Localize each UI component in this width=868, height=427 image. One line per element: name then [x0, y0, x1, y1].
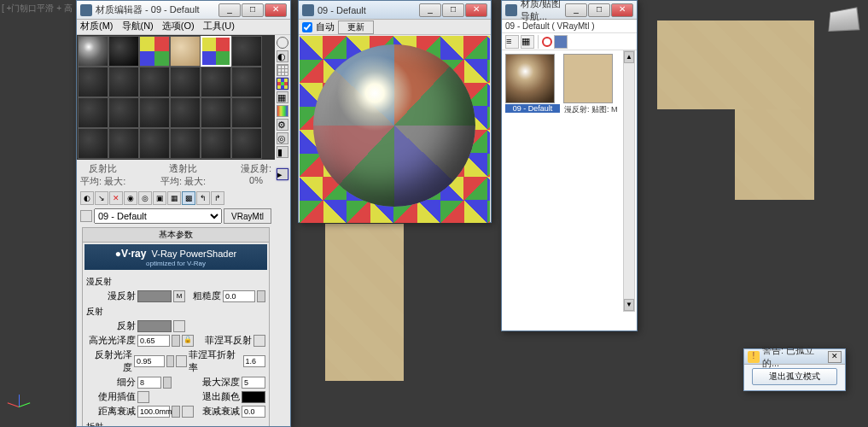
view-list-icon[interactable]: ≡: [505, 35, 519, 49]
scroll-up-icon[interactable]: ▲: [624, 51, 634, 63]
reflect-swatch[interactable]: [137, 320, 172, 332]
delete-icon[interactable]: ✕: [109, 191, 123, 205]
select-by-icon[interactable]: ◎: [277, 132, 288, 144]
spinner-buttons[interactable]: [166, 355, 174, 367]
menu-tools[interactable]: 工具(U): [203, 20, 235, 34]
spinner-buttons[interactable]: [163, 377, 172, 389]
material-name-select[interactable]: 09 - Default: [94, 208, 222, 224]
fresnel-check[interactable]: [253, 335, 265, 347]
show-map-icon[interactable]: ▦: [167, 191, 181, 205]
maximize-button[interactable]: □: [242, 3, 264, 17]
options-icon[interactable]: ⚙: [277, 119, 288, 131]
rollout-header[interactable]: 基本参数: [83, 228, 269, 243]
spinner-buttons[interactable]: [172, 335, 180, 347]
hilight-spinner[interactable]: 0.65: [137, 335, 170, 347]
minimize-button[interactable]: _: [565, 3, 587, 17]
make-unique-icon[interactable]: ◎: [138, 191, 152, 205]
show-end-icon[interactable]: ▩: [182, 191, 195, 205]
assign-icon[interactable]: ↘: [95, 191, 108, 205]
titlebar[interactable]: 09 - Default _ □ ✕: [299, 1, 491, 20]
material-slot[interactable]: [108, 128, 139, 159]
minimize-button[interactable]: _: [218, 3, 241, 17]
material-slot[interactable]: [78, 128, 108, 159]
video-color-icon[interactable]: ▦: [277, 91, 288, 103]
material-slot[interactable]: [231, 97, 262, 128]
scene-object[interactable]: [735, 109, 814, 200]
close-button[interactable]: ✕: [611, 3, 633, 17]
diffuse-map-button[interactable]: M: [173, 290, 185, 302]
go-parent-icon[interactable]: ↰: [196, 191, 210, 205]
pick-icon[interactable]: [80, 210, 92, 222]
copy-icon[interactable]: ◉: [124, 191, 137, 205]
material-slot[interactable]: [108, 97, 139, 128]
material-slot[interactable]: [231, 128, 262, 159]
end-result-icon[interactable]: ▸: [277, 168, 288, 180]
red-circle-icon[interactable]: [542, 37, 552, 47]
material-slot[interactable]: [78, 67, 108, 97]
lock-button[interactable]: 🔒: [182, 335, 194, 347]
dim-spinner[interactable]: 100.0mm: [137, 406, 170, 418]
gloss-spinner[interactable]: 0.95: [134, 355, 165, 367]
material-slot[interactable]: [170, 36, 201, 67]
view-small-icon[interactable]: ▦: [521, 35, 534, 49]
viewcube[interactable]: [828, 7, 859, 32]
scroll-down-icon[interactable]: ▼: [624, 299, 634, 311]
diffuse-swatch[interactable]: [137, 290, 172, 302]
scrollbar[interactable]: ▲ ▼: [623, 50, 635, 312]
maximize-button[interactable]: □: [588, 3, 610, 17]
menu-navigation[interactable]: 导航(N): [122, 20, 154, 34]
material-slot[interactable]: [139, 128, 170, 159]
titlebar[interactable]: ! 警告: 已孤立的... ✕: [744, 349, 845, 365]
titlebar[interactable]: 材质/贴图导航... _ □ ✕: [502, 1, 637, 20]
spinner-buttons[interactable]: [172, 406, 180, 418]
spinner-buttons[interactable]: [257, 290, 265, 302]
interp-check[interactable]: [137, 391, 149, 403]
material-slot[interactable]: [78, 36, 108, 67]
material-slot[interactable]: [108, 67, 139, 97]
reflect-map-button[interactable]: [173, 320, 185, 332]
material-type-button[interactable]: VRayMtl: [224, 208, 271, 224]
material-slot[interactable]: [170, 67, 201, 97]
material-map-icon[interactable]: ▮: [277, 146, 288, 158]
minimize-button[interactable]: _: [419, 3, 441, 17]
menu-options[interactable]: 选项(O): [162, 20, 195, 34]
close-button[interactable]: ✕: [465, 3, 487, 17]
close-button[interactable]: ✕: [265, 3, 287, 17]
sample-type-icon[interactable]: [277, 37, 288, 49]
background-icon[interactable]: [277, 64, 288, 76]
ior-spinner[interactable]: 1.6: [243, 355, 265, 367]
subdiv-spinner[interactable]: 8: [137, 377, 161, 389]
sample-uv-icon[interactable]: [277, 78, 288, 90]
get-material-icon[interactable]: ◐: [80, 191, 94, 205]
menu-material[interactable]: 材质(M): [80, 20, 114, 34]
backlight-icon[interactable]: ◐: [277, 50, 288, 62]
material-slot[interactable]: [170, 97, 201, 128]
titlebar[interactable]: 材质编辑器 - 09 - Default _ □ ✕: [77, 1, 290, 20]
put-icon[interactable]: ▣: [153, 191, 166, 205]
exit-swatch[interactable]: [242, 391, 265, 403]
material-slot[interactable]: [139, 36, 170, 67]
maximize-button[interactable]: □: [442, 3, 464, 17]
material-slot[interactable]: [201, 128, 231, 159]
material-slot[interactable]: [231, 67, 262, 97]
roughness-spinner[interactable]: 0.0: [223, 290, 255, 302]
material-slot-selected[interactable]: [201, 36, 231, 67]
dim-check[interactable]: [182, 406, 194, 418]
blue-sphere-icon[interactable]: [554, 35, 568, 49]
make-preview-icon[interactable]: [277, 105, 288, 117]
update-button[interactable]: 更新: [338, 20, 374, 34]
material-slot[interactable]: [170, 128, 201, 159]
material-slot[interactable]: [139, 67, 170, 97]
close-button[interactable]: ✕: [828, 351, 842, 363]
material-slot[interactable]: [139, 97, 170, 128]
depth-spinner[interactable]: 5: [242, 377, 265, 389]
material-slot[interactable]: [108, 36, 139, 67]
material-slot[interactable]: [78, 97, 108, 128]
dimfall-spinner[interactable]: 0.0: [242, 406, 265, 418]
nav-item[interactable]: 09 - Default: [505, 54, 560, 115]
go-forward-icon[interactable]: ↱: [211, 191, 224, 205]
gloss-map[interactable]: [176, 355, 187, 367]
material-slot[interactable]: [231, 36, 262, 67]
material-slot[interactable]: [201, 67, 231, 97]
nav-item[interactable]: 漫反射: 贴图: M: [563, 54, 618, 115]
